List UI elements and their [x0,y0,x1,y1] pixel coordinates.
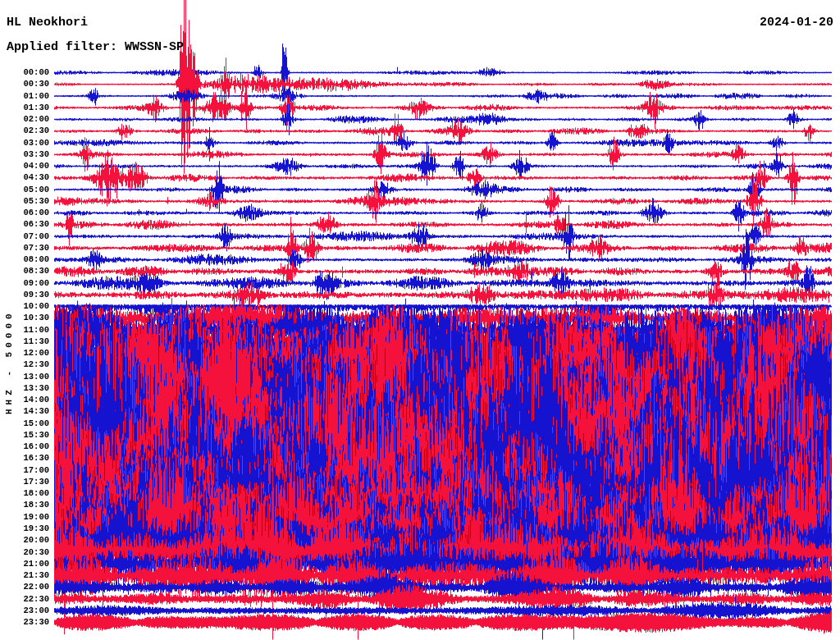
time-label: 05:00 [0,185,49,194]
time-label: 12:30 [0,360,49,369]
time-label: 06:30 [0,220,49,229]
time-label: 20:00 [0,536,49,545]
time-label: 04:30 [0,173,49,182]
time-label: 17:30 [0,478,49,487]
time-label: 21:00 [0,560,49,569]
time-label: 17:00 [0,466,49,475]
seismogram-canvas [0,0,840,640]
time-label: 16:30 [0,454,49,463]
time-label: 09:00 [0,279,49,288]
time-label: 02:00 [0,115,49,124]
time-label: 06:00 [0,208,49,217]
time-label: 08:30 [0,267,49,276]
time-label: 23:00 [0,606,49,615]
time-label: 03:30 [0,150,49,159]
time-label: 04:00 [0,162,49,171]
time-label: 14:00 [0,395,49,405]
time-label: 00:00 [0,68,49,77]
time-label: 03:00 [0,139,49,148]
time-label: 02:30 [0,126,49,135]
time-label: 13:30 [0,384,49,393]
time-label: 16:00 [0,442,49,451]
time-label: 14:30 [0,407,49,416]
time-label: 23:30 [0,618,49,627]
time-label: 07:30 [0,244,49,253]
time-label: 19:30 [0,524,49,533]
time-label: 01:30 [0,103,49,112]
time-label: 13:00 [0,373,49,382]
time-label: 22:30 [0,595,49,604]
time-label: 21:30 [0,571,49,580]
time-label: 07:00 [0,232,49,241]
time-label: 12:00 [0,349,49,358]
time-label: 18:30 [0,501,49,510]
time-label: 15:30 [0,431,49,440]
time-label: 15:00 [0,419,49,428]
time-label: 09:30 [0,290,49,299]
time-label: 22:00 [0,583,49,592]
time-axis: 00:0000:3001:0001:3002:0002:3003:0003:30… [0,0,51,640]
time-label: 01:00 [0,92,49,101]
helicorder-view: HL Neokhori Applied filter: WWSSN-SP 202… [0,0,840,640]
time-label: 10:00 [0,302,49,311]
time-label: 00:30 [0,80,49,89]
time-label: 05:30 [0,197,49,206]
date-label: 2024-01-20 [760,16,833,30]
time-label: 11:00 [0,326,49,335]
time-label: 11:30 [0,337,49,346]
time-label: 08:00 [0,255,49,264]
time-label: 20:30 [0,548,49,557]
time-label: 10:30 [0,313,49,322]
time-label: 19:00 [0,513,49,522]
time-label: 18:00 [0,489,49,498]
